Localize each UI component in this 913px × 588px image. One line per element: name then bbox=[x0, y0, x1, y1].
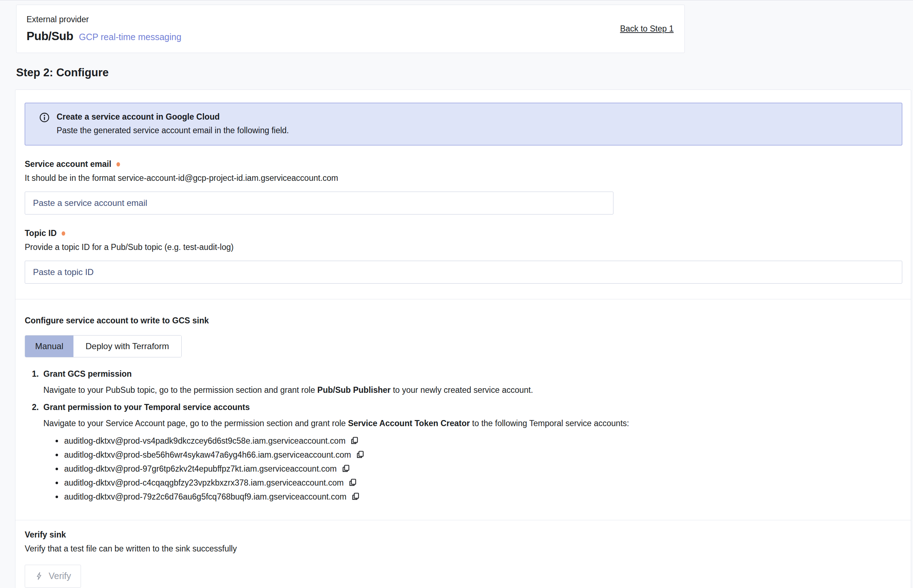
deploy-method-tabs: Manual Deploy with Terraform bbox=[25, 335, 182, 357]
service-account-email-input[interactable] bbox=[25, 192, 614, 215]
list-item: auditlog-dktxv@prod-79z2c6d76au6g5fcq768… bbox=[55, 490, 902, 504]
back-to-step-1-link[interactable]: Back to Step 1 bbox=[620, 24, 673, 34]
info-alert-title: Create a service account in Google Cloud bbox=[57, 112, 289, 122]
step-2-body-text: Navigate to your Service Account page, g… bbox=[43, 418, 348, 428]
verify-button[interactable]: Verify bbox=[25, 565, 81, 588]
copy-button[interactable] bbox=[351, 492, 361, 501]
bullet bbox=[55, 454, 58, 456]
required-indicator bbox=[117, 162, 120, 166]
step-number: 2. bbox=[32, 402, 43, 412]
copy-button[interactable] bbox=[342, 464, 351, 473]
step-2-role-name: Service Account Token Creator bbox=[348, 418, 470, 428]
configure-section-title: Configure service account to write to GC… bbox=[25, 316, 902, 326]
service-account-email-field-group: Service account email It should be in th… bbox=[25, 159, 902, 215]
bullet bbox=[55, 496, 58, 498]
step-1-body-suffix: to your newly created service account. bbox=[390, 385, 533, 395]
step-number: 1. bbox=[32, 369, 43, 379]
verify-sink-helper: Verify that a test file can be written t… bbox=[25, 544, 902, 554]
temporal-service-account-list: auditlog-dktxv@prod-vs4padk9dkczcey6d6st… bbox=[55, 434, 902, 504]
provider-label: External provider bbox=[26, 15, 181, 24]
tab-deploy-with-terraform[interactable]: Deploy with Terraform bbox=[73, 336, 181, 357]
bullet bbox=[55, 440, 58, 442]
info-alert: Create a service account in Google Cloud… bbox=[25, 103, 902, 145]
configure-card: Create a service account in Google Cloud… bbox=[15, 89, 911, 588]
service-account-email-helper: It should be in the format service-accou… bbox=[25, 173, 902, 183]
copy-icon bbox=[351, 492, 361, 501]
service-account-email-4: auditlog-dktxv@prod-79z2c6d76au6g5fcq768… bbox=[64, 492, 346, 502]
step-1-body-text: Navigate to your PubSub topic, go to the… bbox=[43, 385, 317, 395]
verify-button-label: Verify bbox=[49, 571, 71, 581]
copy-button[interactable] bbox=[348, 478, 358, 487]
list-item: auditlog-dktxv@prod-sbe56h6wr4sykaw47a6y… bbox=[55, 448, 902, 462]
copy-icon bbox=[356, 450, 365, 459]
info-icon bbox=[39, 112, 49, 136]
provider-card: External provider Pub/Sub GCP real-time … bbox=[16, 5, 685, 53]
list-item: auditlog-dktxv@prod-vs4padk9dkczcey6d6st… bbox=[55, 434, 902, 448]
topic-id-field-group: Topic ID Provide a topic ID for a Pub/Su… bbox=[25, 228, 902, 284]
page-title: Step 2: Configure bbox=[16, 66, 913, 79]
step-2-body-suffix: to the following Temporal service accoun… bbox=[470, 418, 629, 428]
service-account-email-label: Service account email bbox=[25, 159, 112, 169]
copy-icon bbox=[348, 478, 358, 487]
bullet bbox=[55, 481, 58, 484]
step-1-role-name: Pub/Sub Publisher bbox=[317, 385, 390, 395]
verify-sink-title: Verify sink bbox=[25, 530, 902, 540]
topic-id-helper: Provide a topic ID for a Pub/Sub topic (… bbox=[25, 242, 902, 252]
service-account-email-1: auditlog-dktxv@prod-sbe56h6wr4sykaw47a6y… bbox=[64, 450, 351, 460]
topic-id-label: Topic ID bbox=[25, 228, 57, 238]
step-2-title: Grant permission to your Temporal servic… bbox=[43, 402, 250, 412]
provider-description: GCP real-time messaging bbox=[79, 32, 181, 42]
required-indicator bbox=[62, 231, 65, 236]
copy-button[interactable] bbox=[356, 450, 365, 459]
step-1-body: Navigate to your PubSub topic, go to the… bbox=[43, 385, 902, 396]
manual-steps: 1. Grant GCS permission Navigate to your… bbox=[25, 369, 902, 504]
topic-id-input[interactable] bbox=[25, 261, 902, 284]
bullet bbox=[55, 468, 58, 470]
bolt-icon bbox=[35, 572, 44, 580]
copy-button[interactable] bbox=[350, 436, 359, 446]
list-item: auditlog-dktxv@prod-c4cqaqgbfzy23vpzkbxz… bbox=[55, 476, 902, 490]
copy-icon bbox=[350, 436, 359, 446]
step-1-title: Grant GCS permission bbox=[43, 369, 132, 379]
list-item: auditlog-dktxv@prod-97gr6tp6zkv2t4epubff… bbox=[55, 462, 902, 476]
copy-icon bbox=[342, 464, 351, 473]
service-account-email-0: auditlog-dktxv@prod-vs4padk9dkczcey6d6st… bbox=[64, 436, 345, 446]
section-divider bbox=[15, 520, 911, 520]
step-1-title-row: 1. Grant GCS permission bbox=[25, 369, 902, 379]
service-account-email-2: auditlog-dktxv@prod-97gr6tp6zkv2t4epubff… bbox=[64, 464, 337, 474]
provider-info: External provider Pub/Sub GCP real-time … bbox=[26, 15, 181, 43]
step-2-body: Navigate to your Service Account page, g… bbox=[43, 418, 902, 429]
service-account-email-3: auditlog-dktxv@prod-c4cqaqgbfzy23vpzkbxz… bbox=[64, 478, 344, 488]
info-alert-description: Paste the generated service account emai… bbox=[57, 126, 289, 136]
section-divider bbox=[15, 299, 911, 299]
provider-name: Pub/Sub bbox=[26, 29, 73, 43]
step-2-title-row: 2. Grant permission to your Temporal ser… bbox=[25, 402, 902, 412]
tab-manual[interactable]: Manual bbox=[25, 336, 73, 357]
